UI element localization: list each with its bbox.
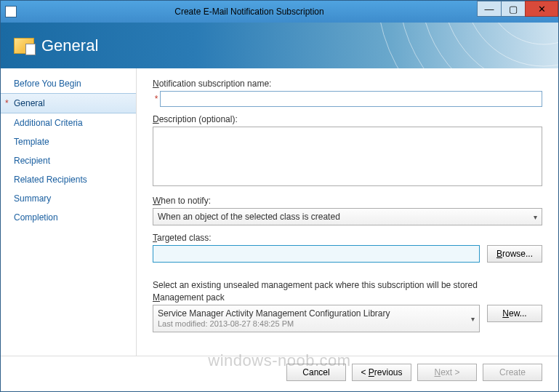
svg-point-0 (486, 23, 558, 44)
wizard-steps-sidebar: Before You Begin * General Additional Cr… (1, 68, 137, 356)
subscription-name-input[interactable] (160, 91, 542, 107)
description-input[interactable] (153, 127, 542, 186)
description-row: Description (optional): (153, 114, 542, 188)
decorative-arcs (326, 23, 558, 68)
name-label: Notification subscription name: (153, 79, 542, 89)
management-pack-row: Service Manager Activity Management Conf… (153, 305, 542, 332)
cancel-button[interactable]: Cancel (286, 364, 346, 381)
management-pack-last-modified: Last modified: 2013-08-27 8:48:25 PM (158, 319, 390, 329)
title-bar: Create E-Mail Notification Subscription … (1, 1, 558, 23)
minimize-button[interactable]: — (477, 1, 502, 17)
svg-point-4 (398, 23, 558, 68)
when-label: When to notify: (153, 196, 542, 206)
chevron-down-icon: ▾ (471, 315, 475, 323)
when-to-notify-value: When an object of the selected class is … (158, 212, 340, 222)
step-related-recipients[interactable]: Related Recipients (1, 170, 136, 189)
required-marker: * (153, 91, 160, 107)
step-template[interactable]: Template (1, 132, 136, 151)
chevron-down-icon: ▾ (534, 213, 537, 221)
management-pack-value: Service Manager Activity Management Conf… (158, 308, 390, 319)
window-controls: — ▢ ✕ (478, 1, 558, 17)
wizard-content: Notification subscription name: * Descri… (137, 68, 558, 356)
window-title: Create E-Mail Notification Subscription (21, 7, 478, 17)
targeted-class-row: Targeted class: Browse... (153, 233, 542, 263)
next-button[interactable]: Next > (417, 364, 477, 381)
targeted-class-input[interactable] (153, 245, 480, 263)
maximize-button[interactable]: ▢ (501, 1, 526, 17)
svg-point-3 (420, 23, 558, 68)
step-summary[interactable]: Summary (1, 189, 136, 208)
description-label: Description (optional): (153, 114, 542, 124)
new-management-pack-button[interactable]: New... (487, 305, 542, 322)
app-icon (5, 6, 17, 17)
management-pack-label: Management pack (153, 292, 542, 303)
step-recipient[interactable]: Recipient (1, 151, 136, 170)
step-additional-criteria[interactable]: Additional Criteria (1, 113, 136, 132)
mail-wizard-icon (14, 38, 34, 54)
close-button[interactable]: ✕ (525, 1, 558, 17)
browse-button[interactable]: Browse... (487, 245, 542, 263)
previous-button[interactable]: < Previous (352, 364, 411, 381)
management-pack-intro: Select an existing unsealed management p… (153, 280, 542, 290)
when-row: When to notify: When an object of the se… (153, 196, 542, 225)
svg-point-2 (442, 23, 558, 68)
create-button[interactable]: Create (483, 364, 542, 381)
wizard-page-title: General (41, 36, 98, 55)
required-marker: * (5, 98, 9, 108)
name-row: Notification subscription name: * (153, 79, 542, 107)
step-completion[interactable]: Completion (1, 208, 136, 227)
step-before-you-begin[interactable]: Before You Begin (1, 74, 136, 93)
wizard-footer: Cancel < Previous Next > Create (1, 356, 558, 391)
targeted-class-label: Targeted class: (153, 233, 542, 243)
management-pack-dropdown[interactable]: Service Manager Activity Management Conf… (153, 305, 480, 332)
wizard-header: General (1, 23, 558, 68)
wizard-body: Before You Begin * General Additional Cr… (1, 68, 558, 356)
svg-point-5 (377, 23, 558, 68)
svg-point-1 (464, 23, 558, 66)
when-to-notify-dropdown[interactable]: When an object of the selected class is … (153, 208, 542, 225)
wizard-window: Create E-Mail Notification Subscription … (0, 0, 559, 392)
step-general[interactable]: * General (1, 93, 136, 113)
